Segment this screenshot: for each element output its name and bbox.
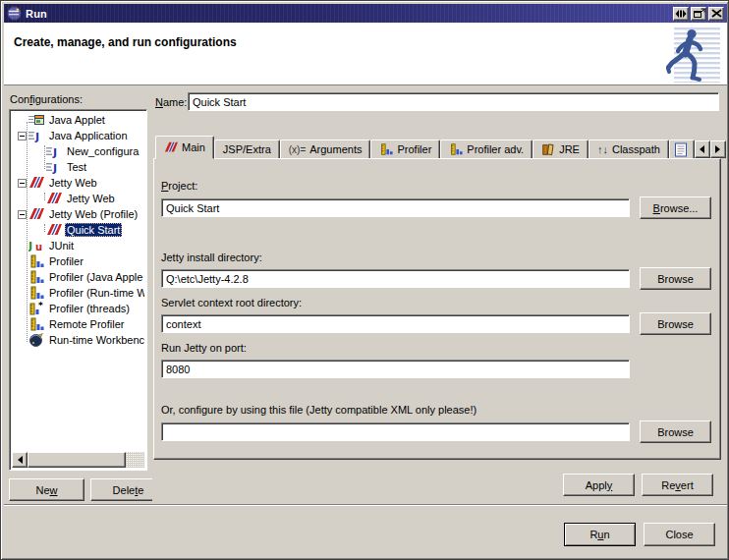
document-icon <box>674 142 688 157</box>
close-button[interactable]: Close <box>644 523 715 546</box>
config-file-browse-button[interactable]: Browse <box>640 420 711 443</box>
profiler-icon <box>379 142 393 156</box>
window-detach-button[interactable] <box>691 7 706 21</box>
tree-item-profiler[interactable]: Profiler <box>12 253 144 269</box>
java-applet-icon <box>28 112 44 128</box>
tree-item-java-applet[interactable]: Java Applet <box>12 112 144 128</box>
context-root-label: Servlet context root directory: <box>161 297 302 308</box>
eclipse-app-icon <box>7 6 22 21</box>
bottom-separator <box>4 504 727 506</box>
name-label: Name: <box>155 96 187 108</box>
jetty-icon <box>46 222 62 238</box>
tab-profiler[interactable]: Profiler <box>370 140 440 159</box>
jetty-install-dir-input[interactable] <box>161 269 630 288</box>
svg-text:*: * <box>38 301 43 310</box>
svg-text:J: J <box>28 240 32 252</box>
tab-jre[interactable]: JRE <box>533 140 589 159</box>
tree-item-test[interactable]: J Test <box>12 159 144 175</box>
tab-main[interactable]: Main <box>155 136 214 159</box>
tree-item-profiler-java-applet[interactable]: Profiler (Java Apple <box>12 269 144 285</box>
jre-books-icon <box>541 142 555 156</box>
profiler-icon <box>28 253 44 269</box>
scroll-left-arrow-icon[interactable] <box>12 452 28 468</box>
run-button[interactable]: Run <box>564 523 636 546</box>
jetty-icon <box>28 206 44 222</box>
port-input[interactable] <box>161 360 630 378</box>
tree-horizontal-scrollbar[interactable] <box>12 452 144 468</box>
tab-bar: Main JSP/Extra (x)= Arguments Profiler P… <box>155 136 722 159</box>
scrollbar-track[interactable] <box>126 452 144 468</box>
project-input[interactable] <box>161 198 630 217</box>
tab-scroll-left-button[interactable] <box>695 140 710 158</box>
scrollbar-thumb[interactable] <box>28 452 126 468</box>
profiler-icon <box>28 316 44 332</box>
config-file-label: Or, configure by using this file (Jetty … <box>161 404 477 416</box>
configurations-tree[interactable]: Java Applet J Java Application J New_con… <box>9 109 147 471</box>
jetty-icon <box>164 140 178 154</box>
titlebar[interactable]: Run <box>4 4 727 23</box>
arguments-icon: (x)= <box>289 144 307 155</box>
context-root-browse-button[interactable]: Browse <box>640 312 711 335</box>
tree-item-profiler-threads[interactable]: * Profiler (threads) <box>12 301 144 316</box>
banner-title: Create, manage, and run configurations <box>14 35 237 49</box>
tab-arguments[interactable]: (x)= Arguments <box>280 140 371 159</box>
revert-button[interactable]: Revert <box>642 474 713 496</box>
titlebar-texture <box>4 4 727 23</box>
svg-text:J: J <box>34 131 39 143</box>
window-split-button[interactable] <box>673 7 689 21</box>
context-root-input[interactable] <box>161 314 630 333</box>
new-button[interactable]: New <box>9 478 84 501</box>
profiler-icon <box>28 285 44 301</box>
tree-collapse-toggle[interactable] <box>18 179 27 188</box>
tab-jsp-extra[interactable]: JSP/Extra <box>214 140 280 159</box>
run-dialog: Run <box>0 0 729 560</box>
tree-collapse-toggle[interactable] <box>18 210 27 219</box>
java-application-icon: J <box>46 159 62 175</box>
tab-scroll-right-button[interactable] <box>710 140 726 158</box>
tree-item-jetty-web[interactable]: Jetty Web <box>12 175 144 191</box>
window-close-button[interactable] <box>708 7 724 21</box>
workbench-icon <box>28 332 44 348</box>
port-label: Run Jetty on port: <box>161 342 247 354</box>
svg-text:J: J <box>52 162 57 175</box>
tree-item-jetty-web-child[interactable]: Jetty Web <box>12 191 144 206</box>
tree-collapse-toggle[interactable] <box>18 132 27 140</box>
jetty-icon <box>46 191 62 206</box>
jetty-install-dir-label: Jetty install directory: <box>161 252 262 263</box>
junit-icon: Ju <box>28 238 44 253</box>
tree-item-junit[interactable]: Ju JUnit <box>12 238 144 253</box>
tab-profiler-adv[interactable]: Profiler adv. <box>440 140 533 159</box>
svg-text:u: u <box>35 242 42 252</box>
jetty-icon <box>28 175 44 191</box>
selected-tree-item-label: Quick Start <box>65 223 122 237</box>
tree-item-runtime-workbench[interactable]: Run-time Workbench <box>12 332 144 348</box>
tree-item-java-application[interactable]: J Java Application <box>12 128 144 143</box>
project-browse-button[interactable]: Browse... <box>640 196 711 219</box>
tree-item-remote-profiler[interactable]: Remote Profiler <box>12 316 144 332</box>
svg-text:J: J <box>52 146 57 159</box>
apply-button[interactable]: Apply <box>563 474 635 496</box>
jetty-install-dir-browse-button[interactable]: Browse <box>640 267 711 290</box>
project-label: Project: <box>161 180 197 192</box>
tree-item-quick-start[interactable]: Quick Start <box>12 222 144 238</box>
profiler-threads-icon: * <box>28 301 44 316</box>
java-application-icon: J <box>28 128 44 143</box>
tab-classpath[interactable]: ↑↓ Classpath <box>589 140 669 159</box>
java-application-icon: J <box>46 143 62 159</box>
updown-arrows-icon: ↑↓ <box>597 143 608 155</box>
profiler-icon <box>449 142 463 156</box>
tree-item-new-configuration[interactable]: J New_configura <box>12 143 144 159</box>
banner: Create, manage, and run configurations <box>4 23 727 85</box>
name-input[interactable] <box>188 92 719 111</box>
profiler-icon <box>28 269 44 285</box>
running-man-icon <box>666 27 711 84</box>
tab-common-partial[interactable] <box>669 140 695 159</box>
tree-button-bar: New Delete <box>1 473 152 506</box>
window-title: Run <box>26 8 47 20</box>
delete-button[interactable]: Delete <box>90 478 152 501</box>
tree-item-jetty-web-profile[interactable]: Jetty Web (Profile) <box>12 206 144 222</box>
tree-item-profiler-runtime-workbench[interactable]: Profiler (Run-time W <box>12 285 144 301</box>
config-file-input[interactable] <box>161 422 630 441</box>
configurations-label: Configurations: <box>10 93 83 105</box>
